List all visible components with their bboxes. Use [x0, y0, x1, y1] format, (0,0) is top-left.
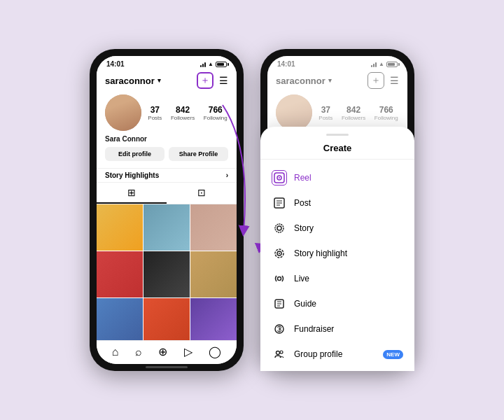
svg-point-19 — [280, 351, 283, 354]
photo-5 — [144, 251, 190, 298]
profile-buttons-1: Edit profile Share Profile — [105, 147, 228, 161]
story-highlights-label-1: Story Highlights — [105, 172, 159, 179]
post-label: Post — [294, 198, 311, 208]
profile-header-1: saraconnor ▾ ＋ ☰ 37 Posts — [97, 69, 237, 168]
svg-point-18 — [276, 351, 280, 355]
photo-3 — [190, 204, 237, 251]
username-row-2: saraconnor ▾ — [276, 76, 332, 86]
reel-icon — [272, 170, 287, 186]
sheet-item-live[interactable]: Live — [267, 266, 407, 291]
nav-profile-1[interactable]: ◯ — [209, 345, 221, 358]
profile-actions-1: ＋ ☰ — [197, 72, 228, 89]
live-icon — [272, 271, 287, 286]
status-bar-1: 14:01 ▲ — [97, 56, 237, 69]
phone-2: 14:01 ▲ saraconnor ▾ — [260, 49, 414, 371]
chevron-down-icon-2: ▾ — [328, 77, 332, 84]
time-2: 14:01 — [277, 60, 295, 68]
photo-1 — [97, 204, 143, 251]
stat-followers-2: 842 Followers — [342, 105, 365, 121]
username-1: saraconnor — [105, 76, 155, 86]
story-highlight-label: Story highlight — [294, 248, 347, 258]
avatar-1 — [105, 94, 141, 131]
reel-label: Reel — [294, 173, 312, 183]
story-label: Story — [294, 223, 314, 233]
guide-label: Guide — [294, 299, 316, 309]
sheet-item-story[interactable]: Story — [267, 216, 407, 241]
share-profile-button[interactable]: Share Profile — [169, 147, 228, 161]
username-2: saraconnor — [276, 76, 326, 86]
wifi-icon-2: ▲ — [379, 61, 384, 67]
stats-1: 37 Posts 842 Followers 766 Following — [147, 105, 228, 121]
sheet-handle — [326, 134, 349, 136]
stat-followers-num-1: 842 — [171, 105, 195, 115]
profile-top-row-1: saraconnor ▾ ＋ ☰ — [105, 72, 228, 89]
photo-7 — [97, 298, 143, 340]
signal-icon-2 — [371, 62, 377, 67]
signal-icon — [200, 62, 206, 67]
tab-grid-1[interactable]: ⊞ — [97, 183, 167, 204]
home-indicator-1 — [146, 366, 188, 368]
photo-6 — [190, 251, 237, 298]
profile-top-row-2: saraconnor ▾ ＋ ☰ — [276, 72, 399, 89]
stat-posts-2: 37 Posts — [318, 105, 332, 121]
menu-icon-2[interactable]: ☰ — [390, 75, 399, 86]
photo-2 — [144, 204, 190, 251]
phone-2-screen: 14:01 ▲ saraconnor ▾ — [267, 56, 407, 364]
fundraiser-icon — [272, 321, 287, 337]
profile-stats-row-2: 37 Posts 842 Followers 766 Following — [276, 94, 399, 131]
stat-following-2: 766 Following — [374, 105, 398, 121]
nav-add-1[interactable]: ⊕ — [158, 345, 167, 358]
sheet-item-story-highlight[interactable]: Story highlight — [267, 241, 407, 266]
add-content-button-2[interactable]: ＋ — [368, 72, 384, 89]
stat-following-num-1: 766 — [204, 105, 227, 115]
svg-point-12 — [278, 277, 281, 281]
stat-followers-num-2: 842 — [342, 105, 365, 115]
status-icons-1: ▲ — [200, 61, 227, 67]
fundraiser-label: Fundraiser — [294, 324, 334, 334]
svg-point-8 — [277, 226, 281, 230]
story-highlight-icon — [272, 246, 287, 261]
stat-followers-1: 842 Followers — [171, 105, 195, 121]
stat-following-label-1: Following — [204, 115, 227, 121]
stat-following-label-2: Following — [374, 115, 398, 121]
photo-9 — [190, 298, 237, 340]
svg-point-2 — [279, 177, 280, 178]
grid-tabs-1: ⊞ ⊡ — [97, 182, 237, 204]
tab-tagged-1[interactable]: ⊡ — [167, 183, 237, 204]
sheet-item-post[interactable]: Post — [267, 190, 407, 216]
wifi-icon: ▲ — [208, 61, 214, 67]
stat-following-1: 766 Following — [204, 105, 227, 121]
story-highlights-chevron: › — [226, 172, 228, 179]
nav-search-1[interactable]: ⌕ — [135, 346, 142, 358]
photo-8 — [144, 298, 190, 340]
story-icon — [272, 220, 287, 236]
sheet-item-group-profile[interactable]: Group profile NEW — [267, 342, 407, 364]
battery-icon — [216, 62, 227, 67]
bottom-nav-1: ⌂ ⌕ ⊕ ▷ ◯ — [97, 340, 237, 364]
live-label: Live — [294, 274, 309, 284]
username-row-1[interactable]: saraconnor ▾ — [105, 76, 161, 86]
phone-1: 14:01 ▲ saraconnor ▾ — [90, 49, 244, 371]
photo-4 — [97, 251, 143, 298]
new-badge: NEW — [383, 350, 403, 359]
add-content-button-1[interactable]: ＋ — [197, 72, 214, 89]
sheet-item-reel[interactable]: Reel — [267, 165, 407, 190]
edit-profile-button[interactable]: Edit profile — [105, 147, 164, 161]
sheet-item-fundraiser[interactable]: Fundraiser — [267, 316, 407, 342]
stats-2: 37 Posts 842 Followers 766 Following — [318, 105, 399, 121]
svg-point-11 — [279, 253, 280, 254]
photo-grid-1 — [97, 204, 237, 340]
menu-icon-1[interactable]: ☰ — [219, 75, 228, 86]
stat-following-num-2: 766 — [374, 105, 398, 115]
nav-reels-1[interactable]: ▷ — [184, 345, 192, 358]
stat-followers-label-1: Followers — [171, 115, 195, 121]
stat-posts-num-1: 37 — [148, 105, 162, 115]
stat-posts-label-2: Posts — [318, 115, 332, 121]
battery-icon-2 — [386, 62, 398, 67]
time-1: 14:01 — [106, 60, 125, 68]
sheet-item-guide[interactable]: Guide — [267, 291, 407, 316]
profile-actions-2: ＋ ☰ — [368, 72, 399, 89]
nav-home-1[interactable]: ⌂ — [112, 346, 119, 358]
chevron-down-icon: ▾ — [158, 77, 161, 84]
story-highlights-1: Story Highlights › — [97, 168, 237, 182]
